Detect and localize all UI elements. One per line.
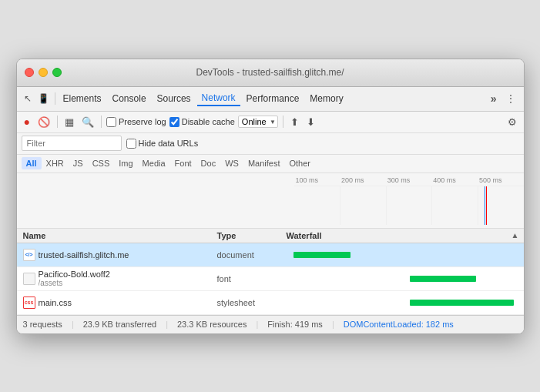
timeline-label-100: 100 ms: [294, 176, 340, 184]
row-name-text: trusted-sailfish.glitch.me: [39, 250, 129, 260]
filter-input[interactable]: [22, 136, 122, 151]
row-type-cell: stylesheet: [217, 298, 287, 307]
row-sub-name: /assets: [39, 279, 110, 287]
filter-bar: Hide data URLs: [17, 133, 524, 155]
toolbar-sep-3: [283, 116, 283, 128]
type-filter-bar: All XHR JS CSS Img Media Font Doc WS Man…: [17, 155, 524, 173]
row-name-cell: </> trusted-sailfish.glitch.me: [17, 246, 217, 263]
search-button[interactable]: 🔍: [79, 116, 96, 128]
table-row[interactable]: Pacifico-Bold.woff2 /assets font: [17, 267, 524, 291]
tab-sources[interactable]: Sources: [153, 92, 196, 106]
close-button[interactable]: [25, 68, 34, 77]
type-btn-other[interactable]: Other: [284, 157, 315, 169]
tab-console[interactable]: Console: [108, 92, 151, 106]
waterfall-bar-font: [410, 276, 476, 282]
transferred-size: 23.9 KB transferred: [83, 320, 156, 329]
tab-memory[interactable]: Memory: [305, 92, 347, 106]
tab-elements[interactable]: Elements: [59, 92, 106, 106]
row-waterfall-cell: [287, 291, 524, 314]
requests-count: 3 requests: [23, 320, 62, 329]
clear-button[interactable]: 🚫: [35, 116, 52, 128]
row-waterfall-cell: [287, 267, 524, 290]
row-name-text: Pacifico-Bold.woff2 /assets: [39, 270, 110, 287]
more-tabs-button[interactable]: »: [488, 92, 499, 105]
type-btn-ws[interactable]: WS: [220, 157, 243, 169]
record-stop-button[interactable]: ●: [22, 116, 32, 128]
toolbar-sep-1: [57, 116, 58, 128]
table-row[interactable]: css main.css stylesheet: [17, 291, 524, 315]
gear-area: ⚙: [505, 116, 519, 128]
row-main-name: main.css: [39, 298, 72, 307]
preserve-log-checkbox[interactable]: [106, 117, 116, 127]
timeline-label-200: 200 ms: [340, 176, 386, 184]
font-icon: [23, 273, 35, 285]
hide-data-urls-label[interactable]: Hide data URLs: [126, 139, 199, 149]
waterfall-bar-doc: [293, 252, 350, 258]
header-type[interactable]: Type: [217, 231, 287, 240]
disable-cache-checkbox[interactable]: [169, 117, 179, 127]
tab-network[interactable]: Network: [197, 91, 240, 106]
tab-performance[interactable]: Performance: [242, 92, 304, 106]
resources-size: 23.3 KB resources: [177, 320, 247, 329]
css-icon: css: [23, 297, 35, 309]
row-name-text: main.css: [39, 298, 72, 307]
download-icon[interactable]: ⬇: [304, 116, 317, 128]
waterfall-bar-css: [410, 300, 515, 306]
row-type-cell: document: [217, 250, 287, 260]
settings-button[interactable]: ⚙: [505, 116, 519, 128]
toolbar-more: » ⋮: [488, 91, 519, 106]
table-row[interactable]: </> trusted-sailfish.glitch.me document: [17, 243, 524, 267]
devtools-menu-button[interactable]: ⋮: [502, 91, 519, 106]
finish-time: Finish: 419 ms: [267, 320, 323, 329]
throttle-select[interactable]: Online: [238, 116, 278, 128]
type-btn-xhr[interactable]: XHR: [42, 157, 69, 169]
tab-separator: [55, 92, 55, 105]
type-btn-js[interactable]: JS: [69, 157, 88, 169]
type-btn-manifest[interactable]: Manifest: [243, 157, 285, 169]
row-name-cell: css main.css: [17, 294, 217, 311]
hide-data-urls-checkbox[interactable]: [126, 139, 136, 149]
devtools-window: DevTools - trusted-sailfish.glitch.me/ ↖…: [16, 59, 525, 334]
red-marker: [486, 186, 487, 225]
traffic-lights: [25, 68, 62, 77]
network-table: </> trusted-sailfish.glitch.me document …: [17, 243, 524, 315]
timeline-label-400: 400 ms: [431, 176, 478, 184]
preserve-log-label[interactable]: Preserve log: [106, 117, 166, 127]
type-btn-all[interactable]: All: [22, 157, 42, 169]
timeline-label-300: 300 ms: [386, 176, 432, 184]
dom-content-loaded: DOMContentLoaded: 182 ms: [344, 320, 454, 329]
network-toolbar: ● 🚫 ▦ 🔍 Preserve log Disable cache Onlin…: [17, 112, 524, 133]
device-toggle-button[interactable]: 📱: [35, 93, 52, 104]
upload-icon[interactable]: ⬆: [288, 116, 301, 128]
html-icon: </>: [23, 249, 35, 261]
minimize-button[interactable]: [39, 68, 48, 77]
type-btn-css[interactable]: CSS: [88, 157, 115, 169]
header-waterfall[interactable]: Waterfall ▲: [287, 231, 524, 240]
type-btn-img[interactable]: Img: [114, 157, 137, 169]
row-name-cell: Pacifico-Bold.woff2 /assets: [17, 267, 217, 290]
titlebar: DevTools - trusted-sailfish.glitch.me/: [17, 59, 524, 87]
row-main-name: trusted-sailfish.glitch.me: [39, 250, 129, 260]
disable-cache-label[interactable]: Disable cache: [169, 117, 235, 127]
waterfall-header: 100 ms 200 ms 300 ms 400 ms 500 ms: [17, 173, 524, 229]
toolbar-sep-2: [101, 116, 102, 128]
window-title: DevTools - trusted-sailfish.glitch.me/: [196, 67, 344, 78]
throttle-wrapper: Online: [238, 116, 278, 128]
type-btn-doc[interactable]: Doc: [196, 157, 221, 169]
header-name[interactable]: Name: [17, 231, 217, 240]
sort-arrow: ▲: [511, 231, 519, 240]
filter-button[interactable]: ▦: [62, 116, 76, 128]
timeline-label-500: 500 ms: [478, 176, 524, 184]
row-waterfall-cell: [287, 243, 524, 266]
maximize-button[interactable]: [52, 68, 62, 77]
tab-bar: ↖ 📱 Elements Console Sources Network Per…: [17, 87, 524, 112]
status-bar: 3 requests | 23.9 KB transferred | 23.3 …: [17, 315, 524, 333]
row-type-cell: font: [217, 274, 287, 283]
type-btn-media[interactable]: Media: [138, 157, 170, 169]
row-main-name: Pacifico-Bold.woff2: [39, 270, 110, 279]
pointer-tool-button[interactable]: ↖: [22, 93, 34, 104]
type-btn-font[interactable]: Font: [170, 157, 196, 169]
table-header: Name Type Waterfall ▲: [17, 229, 524, 243]
blue-marker: [485, 186, 485, 225]
